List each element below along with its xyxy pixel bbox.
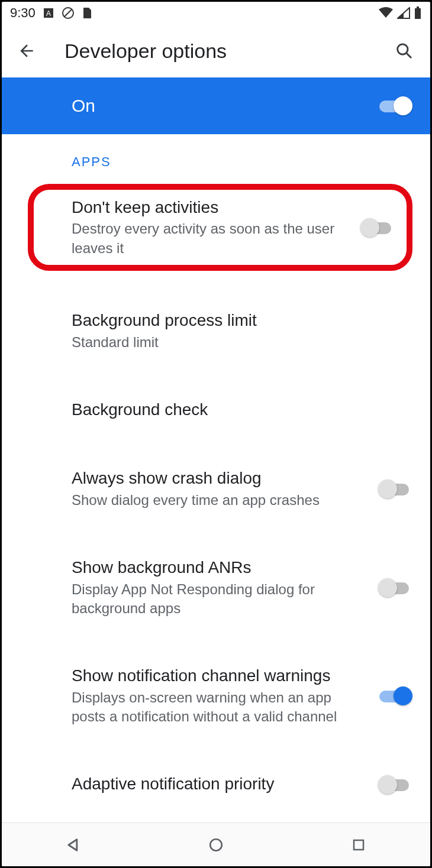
toggle-dont-keep-activities[interactable] — [360, 218, 395, 238]
setting-subtitle: Display App Not Responding dialog for ba… — [72, 580, 366, 618]
status-bar: 9:30 A — [2, 2, 430, 24]
page-title: Developer options — [65, 40, 227, 63]
toggle-notification-warnings[interactable] — [378, 686, 412, 706]
svg-rect-5 — [417, 7, 419, 8]
master-toggle-label: On — [72, 96, 95, 116]
setting-title: Background check — [72, 399, 401, 420]
setting-subtitle: Standard limit — [72, 333, 401, 352]
setting-subtitle: Destroy every activity as soon as the us… — [72, 219, 349, 258]
setting-title: Background process limit — [72, 310, 401, 331]
svg-point-8 — [210, 839, 222, 851]
signal-icon — [397, 7, 410, 19]
setting-title: Show background ANRs — [72, 557, 366, 578]
battery-icon — [414, 7, 422, 20]
setting-title: Don't keep activities — [72, 197, 349, 218]
section-header-apps: APPS — [2, 134, 430, 182]
setting-adaptive-notification-priority[interactable]: Adaptive notification priority — [2, 760, 430, 808]
setting-title: Always show crash dialog — [72, 468, 366, 489]
toggle-adaptive-notification[interactable] — [378, 775, 412, 795]
setting-subtitle: Show dialog every time an app crashes — [72, 491, 366, 510]
wifi-icon — [378, 7, 394, 19]
setting-notification-channel-warnings[interactable]: Show notification channel warnings Displ… — [2, 652, 430, 739]
setting-always-show-crash-dialog[interactable]: Always show crash dialog Show dialog eve… — [2, 455, 430, 523]
nav-home-button[interactable] — [198, 827, 234, 863]
app-bar: Developer options — [2, 24, 430, 77]
sd-card-icon — [82, 7, 92, 20]
svg-line-7 — [407, 53, 411, 58]
setting-dont-keep-activities[interactable]: Don't keep activities Destroy every acti… — [28, 184, 412, 271]
svg-rect-9 — [354, 840, 363, 850]
navigation-bar — [2, 822, 430, 866]
svg-point-6 — [398, 44, 408, 54]
setting-background-check[interactable]: Background check — [2, 386, 430, 433]
setting-show-background-anrs[interactable]: Show background ANRs Display App Not Res… — [2, 544, 430, 631]
back-button[interactable] — [12, 37, 41, 65]
dnd-icon — [62, 7, 75, 20]
search-button[interactable] — [390, 37, 418, 65]
nav-back-button[interactable] — [56, 827, 91, 863]
toggle-crash-dialog[interactable] — [378, 479, 412, 499]
setting-title: Adaptive notification priority — [72, 773, 366, 795]
setting-title: Show notification channel warnings — [72, 665, 366, 686]
nav-recent-button[interactable] — [341, 827, 376, 863]
master-toggle-switch[interactable] — [378, 96, 412, 116]
toggle-background-anrs[interactable] — [378, 578, 412, 598]
master-toggle-row[interactable]: On — [2, 77, 430, 134]
svg-rect-4 — [415, 8, 421, 19]
setting-background-process-limit[interactable]: Background process limit Standard limit — [2, 297, 430, 365]
app-badge-icon: A — [43, 7, 54, 19]
svg-text:A: A — [46, 9, 51, 18]
status-time: 9:30 — [10, 5, 36, 21]
svg-line-3 — [65, 9, 72, 17]
settings-list[interactable]: APPS Don't keep activities Destroy every… — [2, 134, 430, 866]
setting-subtitle: Displays on-screen warning when an app p… — [72, 688, 366, 727]
